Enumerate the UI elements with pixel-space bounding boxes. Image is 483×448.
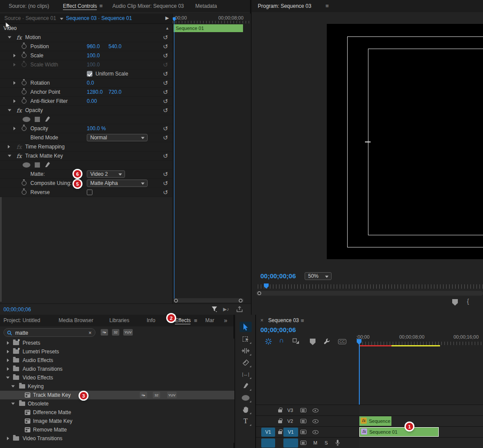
- nest-toggle-icon[interactable]: [265, 338, 272, 345]
- 32bit-filter-icon[interactable]: 32: [112, 329, 119, 336]
- marker-icon[interactable]: [452, 299, 458, 306]
- track-target-icon[interactable]: [300, 419, 306, 423]
- track-select-forward-tool[interactable]: ▸: [240, 334, 252, 344]
- reverse-checkbox[interactable]: [87, 190, 92, 195]
- tree-item-presets[interactable]: ★ Presets: [0, 339, 234, 347]
- clip-sequence-v2[interactable]: fx Sequence: [359, 416, 391, 426]
- ellipse-mask-icon[interactable]: [23, 117, 30, 122]
- program-scroll-handle[interactable]: [257, 291, 261, 295]
- opacity-value[interactable]: 100.0 %: [87, 125, 106, 132]
- yuv-filter-icon[interactable]: YUV: [123, 329, 133, 336]
- reset-motion-icon[interactable]: ↺: [163, 34, 168, 40]
- twirl-closed-icon[interactable]: [13, 81, 16, 85]
- ec-panel-menu-icon[interactable]: ≡: [99, 0, 103, 12]
- track-v1-button[interactable]: V1: [283, 428, 298, 437]
- tab-program[interactable]: Program: Sequence 03: [258, 0, 311, 12]
- fx-icon[interactable]: fx: [16, 153, 22, 159]
- tree-item-video-transitions[interactable]: Video Transitions: [0, 434, 234, 443]
- clear-search-icon[interactable]: ×: [89, 329, 92, 337]
- track-a1-header[interactable]: M S: [256, 438, 359, 448]
- twirl-closed-icon[interactable]: [7, 367, 9, 371]
- stopwatch-icon[interactable]: [22, 99, 26, 104]
- rotation-value[interactable]: 0.0: [87, 80, 94, 86]
- tab-metadata[interactable]: Metadata: [195, 0, 217, 12]
- reset-position-icon[interactable]: ↺: [163, 43, 168, 49]
- program-timecode[interactable]: 00;00;00;06: [260, 272, 296, 280]
- tab-project[interactable]: Project: Untitled: [3, 315, 40, 326]
- ec-ruler-ticks[interactable]: [173, 21, 251, 23]
- zoom-handle-left[interactable]: [174, 299, 178, 303]
- zoom-handle-right[interactable]: [239, 299, 243, 303]
- reset-scale-icon[interactable]: ↺: [163, 53, 168, 59]
- toggle-track-output-icon[interactable]: [312, 408, 319, 412]
- twirl-closed-icon[interactable]: [7, 359, 9, 362]
- play-audio-icon[interactable]: ▶♪: [223, 306, 229, 312]
- opacity-section-label[interactable]: Opacity: [25, 107, 43, 113]
- add-marker-icon[interactable]: [310, 339, 315, 345]
- reset-composite-icon[interactable]: ↺: [163, 180, 168, 186]
- motion-label[interactable]: Motion: [25, 34, 41, 40]
- search-value[interactable]: matte: [15, 329, 28, 337]
- twirl-open-icon[interactable]: [6, 377, 10, 379]
- captions-icon[interactable]: CC: [338, 339, 346, 344]
- twirl-open-icon[interactable]: [11, 385, 15, 388]
- track-v3-header[interactable]: V3: [256, 405, 359, 415]
- tree-item-video-effects[interactable]: Video Effects: [0, 373, 234, 382]
- razor-tool[interactable]: [240, 357, 252, 368]
- lock-icon[interactable]: [278, 409, 282, 412]
- linked-selection-icon[interactable]: [292, 338, 300, 345]
- tab-source[interactable]: Source: (no clips): [9, 0, 49, 12]
- reset-opacity-value-icon[interactable]: ↺: [163, 125, 168, 132]
- reset-matte-icon[interactable]: ↺: [163, 171, 168, 177]
- tree-item-audio-transitions[interactable]: Audio Transitions: [0, 365, 234, 373]
- tab-media-browser[interactable]: Media Browser: [59, 315, 93, 326]
- effects-panel-menu-icon[interactable]: ≡: [194, 315, 197, 326]
- pen-mask-icon[interactable]: [44, 116, 50, 122]
- tab-effect-controls[interactable]: Effect Controls: [63, 0, 97, 12]
- timeline-timecode[interactable]: 00;00;00;06: [260, 326, 296, 333]
- toggle-track-output-icon[interactable]: [312, 430, 319, 434]
- track-name[interactable]: V2: [287, 418, 293, 424]
- ec-active-clip-label[interactable]: Sequence 03 · Sequence 01: [66, 15, 132, 21]
- mute-button[interactable]: M: [313, 440, 317, 445]
- stopwatch-icon[interactable]: [22, 181, 26, 186]
- track-target-icon[interactable]: [300, 441, 306, 445]
- twirl-open-icon[interactable]: [8, 109, 11, 112]
- twirl-closed-icon[interactable]: [7, 350, 9, 353]
- type-tool[interactable]: T: [240, 416, 252, 426]
- ripple-edit-tool[interactable]: [240, 346, 252, 356]
- twirl-open-icon[interactable]: [11, 403, 15, 405]
- export-frame-icon[interactable]: [236, 306, 243, 313]
- track-target-icon[interactable]: [300, 430, 306, 434]
- collapse-section-icon[interactable]: ▲: [165, 26, 169, 30]
- track-a1-button[interactable]: [283, 438, 298, 448]
- track-matte-key-label[interactable]: Track Matte Key: [25, 153, 63, 159]
- source-patch-v1[interactable]: V1: [261, 428, 275, 437]
- reset-rotation-icon[interactable]: ↺: [163, 80, 168, 86]
- tree-item-track-matte-key[interactable]: Track Matte Key ≡▸ 32 YUV: [0, 391, 234, 399]
- ec-mini-clip[interactable]: Sequence 01: [174, 24, 243, 32]
- twirl-open-icon[interactable]: [8, 36, 11, 39]
- close-sequence-icon[interactable]: ×: [260, 315, 263, 326]
- stopwatch-icon[interactable]: [22, 90, 26, 95]
- uniform-scale-checkbox[interactable]: [87, 71, 92, 77]
- track-name[interactable]: V3: [287, 408, 293, 413]
- program-ruler[interactable]: [258, 284, 483, 289]
- twirl-closed-icon[interactable]: [8, 145, 10, 148]
- accelerated-effects-filter-icon[interactable]: ≡▸: [101, 329, 108, 336]
- reset-opacity-icon[interactable]: ↺: [163, 107, 168, 113]
- twirl-closed-icon[interactable]: [13, 54, 16, 57]
- clip-sequence-01-v1[interactable]: fx Sequence 01: [359, 427, 439, 437]
- stopwatch-icon[interactable]: [22, 44, 26, 49]
- tree-item-difference-matte[interactable]: Difference Matte: [0, 408, 234, 417]
- hand-tool[interactable]: [240, 404, 252, 415]
- reset-blend-mode-icon[interactable]: ↺: [163, 135, 168, 141]
- tab-sequence-03[interactable]: Sequence 03: [268, 315, 299, 326]
- selection-tool[interactable]: [240, 322, 252, 332]
- ellipse-mask-icon[interactable]: [23, 162, 30, 168]
- stopwatch-icon[interactable]: [22, 126, 26, 131]
- twirl-open-icon[interactable]: [8, 155, 11, 157]
- reset-uniform-scale-icon[interactable]: ↺: [163, 71, 168, 77]
- matte-select[interactable]: Video 2: [87, 171, 125, 178]
- tree-item-lumetri-presets[interactable]: ★ Lumetri Presets: [0, 347, 234, 356]
